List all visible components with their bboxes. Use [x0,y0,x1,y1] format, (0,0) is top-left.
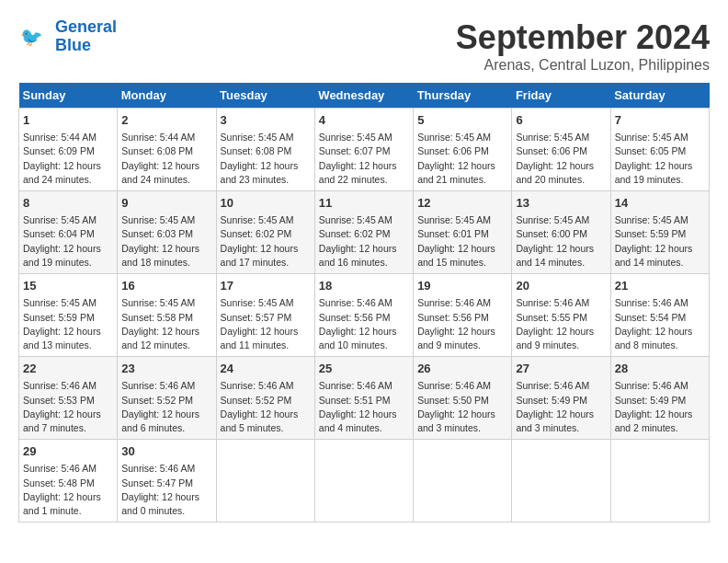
calendar-day-30: 30Sunrise: 5:46 AM Sunset: 5:47 PM Dayli… [118,440,216,523]
day-info: Sunrise: 5:45 AM Sunset: 5:58 PM Dayligh… [121,296,211,352]
day-number: 3 [221,112,311,129]
day-number: 14 [615,195,705,212]
calendar-day-6: 6Sunrise: 5:45 AM Sunset: 6:06 PM Daylig… [512,109,610,191]
day-number: 21 [615,278,705,294]
location: Arenas, Central Luzon, Philippines [456,57,710,74]
logo-icon: 🐦 [18,20,51,53]
calendar-empty-cell [512,440,610,523]
day-info: Sunrise: 5:46 AM Sunset: 5:52 PM Dayligh… [221,379,311,435]
calendar-day-25: 25Sunrise: 5:46 AM Sunset: 5:51 PM Dayli… [314,357,413,440]
calendar-day-10: 10Sunrise: 5:45 AM Sunset: 6:02 PM Dayli… [216,191,314,274]
day-number: 18 [319,278,409,294]
day-number: 13 [516,195,606,212]
weekday-saturday: Saturday [610,83,709,109]
day-info: Sunrise: 5:45 AM Sunset: 6:05 PM Dayligh… [615,131,705,187]
calendar-day-22: 22Sunrise: 5:46 AM Sunset: 5:53 PM Dayli… [19,357,118,440]
calendar-day-19: 19Sunrise: 5:46 AM Sunset: 5:56 PM Dayli… [414,274,512,357]
day-info: Sunrise: 5:45 AM Sunset: 6:02 PM Dayligh… [319,213,409,270]
calendar-day-20: 20Sunrise: 5:46 AM Sunset: 5:55 PM Dayli… [512,274,610,357]
day-number: 28 [615,361,705,377]
calendar-day-14: 14Sunrise: 5:45 AM Sunset: 5:59 PM Dayli… [610,191,709,274]
calendar-empty-cell [610,440,709,523]
calendar-day-23: 23Sunrise: 5:46 AM Sunset: 5:52 PM Dayli… [118,357,216,440]
calendar-day-13: 13Sunrise: 5:45 AM Sunset: 6:00 PM Dayli… [512,191,610,274]
calendar-week-row: 22Sunrise: 5:46 AM Sunset: 5:53 PM Dayli… [19,357,710,440]
calendar-empty-cell [216,440,314,523]
weekday-thursday: Thursday [414,83,512,109]
calendar-day-9: 9Sunrise: 5:45 AM Sunset: 6:03 PM Daylig… [118,191,216,274]
calendar-day-7: 7Sunrise: 5:45 AM Sunset: 6:05 PM Daylig… [610,109,709,191]
day-number: 26 [417,361,507,377]
weekday-sunday: Sunday [19,83,118,109]
calendar-day-24: 24Sunrise: 5:46 AM Sunset: 5:52 PM Dayli… [216,357,314,440]
day-number: 20 [516,278,606,294]
day-number: 4 [319,112,409,129]
day-number: 1 [23,112,113,129]
day-number: 19 [417,278,507,294]
weekday-header-row: SundayMondayTuesdayWednesdayThursdayFrid… [19,83,710,109]
day-number: 5 [417,112,507,129]
svg-text:🐦: 🐦 [20,26,43,48]
day-info: Sunrise: 5:45 AM Sunset: 6:08 PM Dayligh… [221,131,311,187]
day-info: Sunrise: 5:46 AM Sunset: 5:49 PM Dayligh… [615,379,705,435]
calendar-day-26: 26Sunrise: 5:46 AM Sunset: 5:50 PM Dayli… [414,357,512,440]
calendar-empty-cell [414,440,512,523]
day-number: 6 [516,112,606,129]
day-number: 17 [221,278,311,294]
calendar-empty-cell [314,440,413,523]
calendar-day-27: 27Sunrise: 5:46 AM Sunset: 5:49 PM Dayli… [512,357,610,440]
weekday-wednesday: Wednesday [314,83,413,109]
calendar-day-28: 28Sunrise: 5:46 AM Sunset: 5:49 PM Dayli… [610,357,709,440]
day-number: 15 [23,278,113,294]
calendar-day-5: 5Sunrise: 5:45 AM Sunset: 6:06 PM Daylig… [414,109,512,191]
day-info: Sunrise: 5:45 AM Sunset: 6:03 PM Dayligh… [121,213,211,270]
day-number: 29 [23,443,113,460]
day-info: Sunrise: 5:45 AM Sunset: 6:01 PM Dayligh… [417,213,507,270]
day-info: Sunrise: 5:45 AM Sunset: 6:07 PM Dayligh… [319,131,409,187]
calendar-day-17: 17Sunrise: 5:45 AM Sunset: 5:57 PM Dayli… [216,274,314,357]
day-info: Sunrise: 5:46 AM Sunset: 5:56 PM Dayligh… [417,296,507,352]
calendar-day-15: 15Sunrise: 5:45 AM Sunset: 5:59 PM Dayli… [19,274,118,357]
day-number: 10 [221,195,311,212]
weekday-friday: Friday [512,83,610,109]
day-info: Sunrise: 5:45 AM Sunset: 5:59 PM Dayligh… [23,296,113,352]
day-info: Sunrise: 5:46 AM Sunset: 5:55 PM Dayligh… [516,296,606,352]
day-number: 2 [121,112,211,129]
logo: 🐦 General Blue [18,18,117,55]
header: 🐦 General Blue September 2024 Arenas, Ce… [18,18,710,74]
weekday-monday: Monday [118,83,216,109]
weekday-tuesday: Tuesday [216,83,314,109]
calendar-day-1: 1Sunrise: 5:44 AM Sunset: 6:09 PM Daylig… [19,109,118,191]
day-info: Sunrise: 5:46 AM Sunset: 5:56 PM Dayligh… [319,296,409,352]
logo-text: General Blue [55,18,117,55]
day-number: 22 [23,361,113,377]
calendar-day-11: 11Sunrise: 5:45 AM Sunset: 6:02 PM Dayli… [314,191,413,274]
calendar-day-21: 21Sunrise: 5:46 AM Sunset: 5:54 PM Dayli… [610,274,709,357]
day-number: 12 [417,195,507,212]
day-info: Sunrise: 5:46 AM Sunset: 5:48 PM Dayligh… [23,462,113,518]
calendar-day-8: 8Sunrise: 5:45 AM Sunset: 6:04 PM Daylig… [19,191,118,274]
calendar-day-29: 29Sunrise: 5:46 AM Sunset: 5:48 PM Dayli… [19,440,118,523]
day-info: Sunrise: 5:46 AM Sunset: 5:52 PM Dayligh… [121,379,211,435]
day-info: Sunrise: 5:45 AM Sunset: 6:06 PM Dayligh… [516,131,606,187]
calendar-week-row: 8Sunrise: 5:45 AM Sunset: 6:04 PM Daylig… [19,191,710,274]
calendar-day-18: 18Sunrise: 5:46 AM Sunset: 5:56 PM Dayli… [314,274,413,357]
calendar-week-row: 29Sunrise: 5:46 AM Sunset: 5:48 PM Dayli… [19,440,710,523]
day-number: 23 [121,361,211,377]
calendar-table: SundayMondayTuesdayWednesdayThursdayFrid… [18,83,710,523]
day-info: Sunrise: 5:46 AM Sunset: 5:53 PM Dayligh… [23,379,113,435]
day-number: 7 [615,112,705,129]
day-info: Sunrise: 5:46 AM Sunset: 5:50 PM Dayligh… [417,379,507,435]
day-number: 25 [319,361,409,377]
calendar-week-row: 15Sunrise: 5:45 AM Sunset: 5:59 PM Dayli… [19,274,710,357]
day-info: Sunrise: 5:45 AM Sunset: 6:06 PM Dayligh… [417,131,507,187]
day-info: Sunrise: 5:45 AM Sunset: 6:02 PM Dayligh… [221,213,311,270]
day-number: 8 [23,195,113,212]
day-number: 16 [121,278,211,294]
day-info: Sunrise: 5:45 AM Sunset: 5:59 PM Dayligh… [615,213,705,270]
day-number: 27 [516,361,606,377]
calendar-day-16: 16Sunrise: 5:45 AM Sunset: 5:58 PM Dayli… [118,274,216,357]
calendar-week-row: 1Sunrise: 5:44 AM Sunset: 6:09 PM Daylig… [19,109,710,191]
day-info: Sunrise: 5:44 AM Sunset: 6:08 PM Dayligh… [121,131,211,187]
day-number: 24 [221,361,311,377]
